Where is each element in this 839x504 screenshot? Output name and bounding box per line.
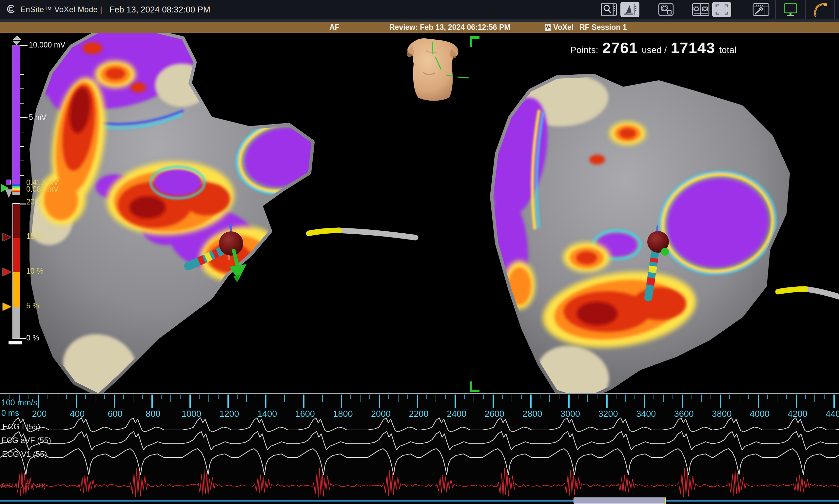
percent-label-0: 0 % xyxy=(26,334,39,342)
points-counter: Points: 2761 used / 17143 total xyxy=(570,39,736,57)
map-viewport: Points: 2761 used / 17143 total xyxy=(0,33,839,393)
trace-label-ecg-i[interactable]: ECG I (55) xyxy=(3,422,40,431)
ablation-catheter-left xyxy=(189,226,247,283)
voxel-label: VoXel xyxy=(553,23,573,32)
fullscreen-view-button[interactable] xyxy=(712,2,731,17)
dual-mesh-view-icon xyxy=(692,2,710,17)
title-bar: EnSite™ VoXel Mode | Feb 13, 2024 08:32:… xyxy=(0,0,839,19)
toolbar-separator xyxy=(775,0,776,19)
mesh-window-button[interactable] xyxy=(657,2,676,17)
ensite-logo-icon xyxy=(5,4,16,15)
points-used-value: 2761 xyxy=(602,39,638,57)
dual-mesh-view-button[interactable] xyxy=(691,2,710,17)
points-used-label: used / xyxy=(642,45,666,55)
rhythm-label: AF xyxy=(329,23,340,32)
session-label[interactable]: RF Session 1 xyxy=(579,23,627,32)
map-view-icon xyxy=(622,3,638,16)
display-button[interactable] xyxy=(781,2,800,17)
ecg-scrollbar-notch xyxy=(665,498,666,504)
points-total-label: total xyxy=(719,45,736,55)
voxel-doc-icon xyxy=(545,23,551,32)
percent-label-15: 15 % xyxy=(26,232,43,241)
session-bar: AF Review: Feb 13, 2024 06:12:56 PM VoXe… xyxy=(0,22,839,33)
ecg-scrollbar-thumb[interactable] xyxy=(573,498,665,504)
percent-label-5: 5 % xyxy=(26,302,39,310)
trace-ecg1 xyxy=(0,418,839,432)
window-settings-icon xyxy=(752,2,769,17)
ecg-scrollbar-track[interactable] xyxy=(0,500,839,502)
trace-label-ecg-avf[interactable]: ECG aVF (55) xyxy=(1,436,51,445)
percent-colorbar[interactable] xyxy=(13,203,20,339)
view-corner-top-icon xyxy=(470,36,480,47)
review-label: Review: Feb 13, 2024 06:12:56 PM xyxy=(389,23,510,32)
map-view-button[interactable] xyxy=(620,2,639,17)
waveforms xyxy=(0,393,839,504)
mesh-window-icon xyxy=(658,2,674,17)
view-corner-bottom-icon xyxy=(470,381,480,392)
reference-catheter-left xyxy=(309,230,415,238)
zoom-tool-button[interactable] xyxy=(600,2,619,17)
trace-label-abl[interactable]: ABL D,2 (70) xyxy=(1,481,46,490)
percent-label-20: 20 % xyxy=(26,198,43,206)
percent-marker-10[interactable] xyxy=(3,268,11,276)
zoom-tool-icon xyxy=(601,3,617,16)
system-datetime: Feb 13, 2024 08:32:00 PM xyxy=(109,5,210,15)
percent-marker-5[interactable] xyxy=(3,303,11,311)
points-label: Points: xyxy=(570,45,599,55)
trace-avf xyxy=(0,432,839,450)
toolbar-separator xyxy=(834,0,835,19)
window-settings-button[interactable] xyxy=(751,2,770,17)
toolbar xyxy=(599,0,839,19)
catheter-icon xyxy=(812,2,828,17)
points-total-value: 17143 xyxy=(671,39,715,57)
percent-scale: 20 % 15 % 10 % 5 % 0 % xyxy=(0,33,72,347)
app-title: EnSite™ VoXel Mode | xyxy=(20,5,102,14)
trace-label-ecg-v1[interactable]: ECG V1 (55) xyxy=(2,450,47,459)
fullscreen-view-icon xyxy=(713,2,730,17)
scene-overlay xyxy=(0,33,839,393)
toolbar-separator xyxy=(805,0,806,19)
ecg-panel: 2004006008001000120014001600180020002200… xyxy=(0,393,839,504)
percent-scale-handle[interactable] xyxy=(8,341,22,344)
percent-marker-15[interactable] xyxy=(3,233,11,241)
trace-abl xyxy=(0,468,839,497)
catheter-button[interactable] xyxy=(810,2,829,17)
reference-catheter-right xyxy=(778,289,839,297)
titlebar-divider xyxy=(0,19,839,22)
trace-v1 xyxy=(0,449,839,475)
ablation-catheter-right xyxy=(647,226,669,298)
percent-label-10: 10 % xyxy=(26,267,43,275)
ensite-screen: EnSite™ VoXel Mode | Feb 13, 2024 08:32:… xyxy=(0,0,839,504)
display-icon xyxy=(783,2,798,17)
